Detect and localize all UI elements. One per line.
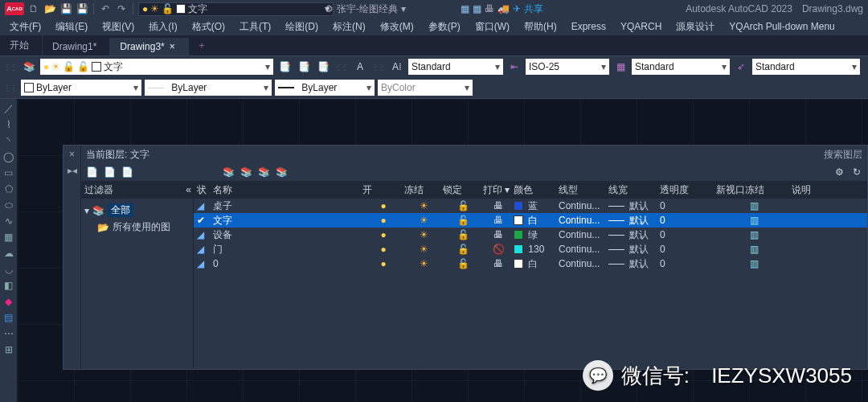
tablestyle-icon[interactable]: ▦ xyxy=(612,59,628,75)
pin-icon[interactable]: ▸◂ xyxy=(68,165,77,176)
new-layer-icon[interactable]: 📄 xyxy=(84,165,99,179)
layer-row[interactable]: ◢桌子●☀🔓🖶 蓝Continu... 默认0▥ xyxy=(194,199,867,213)
lineweight-combo[interactable]: ByLayer▾ xyxy=(275,80,375,96)
layer-state-icon[interactable]: 📚 xyxy=(256,165,271,179)
col-plot[interactable]: 打印 ▾ xyxy=(483,183,514,197)
tablestyle-combo[interactable]: Standard▾ xyxy=(632,59,730,75)
layer-iso-icon[interactable]: 📑 xyxy=(296,59,312,75)
polygon-icon[interactable]: ⬠ xyxy=(2,183,15,195)
text-icon[interactable]: ⋯ xyxy=(2,327,15,340)
settings-icon[interactable]: ⚙ xyxy=(832,165,846,179)
layer-row[interactable]: ◢设备●☀🔓🖶 绿Continu... 默认0▥ xyxy=(194,228,867,242)
layer-states-icon[interactable]: 📑 xyxy=(276,59,293,75)
mlstyle-combo[interactable]: Standard▾ xyxy=(752,59,860,75)
filter-new-icon[interactable]: 📚 xyxy=(221,165,235,179)
col-desc[interactable]: 说明 xyxy=(792,183,840,197)
tree-used[interactable]: 📂所有使用的图 xyxy=(84,219,190,236)
menu-draw[interactable]: 绘图(D) xyxy=(279,18,325,35)
undo-icon[interactable]: ↶ xyxy=(99,2,112,15)
ellipse-icon[interactable]: ⬭ xyxy=(2,199,15,211)
refresh-icon[interactable]: ↻ xyxy=(850,165,864,179)
redo-icon[interactable]: ↷ xyxy=(115,2,128,15)
menu-modify[interactable]: 修改(M) xyxy=(374,18,420,35)
col-transparency[interactable]: 透明度 xyxy=(660,183,716,197)
qat-layer-chip[interactable]: ● ☀ 🔓 文字 ▾ xyxy=(138,2,334,16)
new-layer-vp-icon[interactable]: 📄 xyxy=(102,165,117,179)
tree-all[interactable]: ▾📚全部 xyxy=(84,202,190,219)
tab-drawing1[interactable]: Drawing1* xyxy=(43,38,110,55)
menu-view[interactable]: 视图(V) xyxy=(96,18,141,35)
delete-layer-icon[interactable]: 📄 xyxy=(120,165,134,179)
saveas-icon[interactable]: 💾 xyxy=(76,2,88,15)
grip-icon[interactable]: ⋮⋮ xyxy=(3,63,16,72)
textstyle-btn-icon[interactable]: A⁞ xyxy=(389,59,405,75)
col-lweight[interactable]: 线宽 xyxy=(608,183,660,197)
menu-window[interactable]: 窗口(W) xyxy=(469,18,516,35)
col-name[interactable]: 名称 xyxy=(213,183,362,197)
textstyle-combo[interactable]: Standard▾ xyxy=(408,59,503,75)
layer-row[interactable]: ◢0●☀🔓🖶 白Continu... 默认0▥ xyxy=(194,256,867,271)
tab-drawing3[interactable]: Drawing3*× xyxy=(110,38,188,55)
arc-icon[interactable]: ◝ xyxy=(2,134,15,147)
layer-search[interactable]: 搜索图层 xyxy=(824,148,862,162)
ellipsearc-icon[interactable]: ◡ xyxy=(2,263,15,276)
share-icon[interactable]: ✈ xyxy=(513,3,521,14)
menu-param[interactable]: 参数(P) xyxy=(422,18,467,35)
circle-icon[interactable]: ◯ xyxy=(2,150,15,163)
menu-yuanquan[interactable]: 源泉设计 xyxy=(669,18,721,35)
menu-help[interactable]: 帮助(H) xyxy=(518,18,563,35)
sync-icon[interactable]: 🚚 xyxy=(497,3,510,14)
hatch-icon[interactable]: ▦ xyxy=(2,231,15,244)
new-icon[interactable]: 🗋 xyxy=(27,2,40,15)
menu-insert[interactable]: 插入(I) xyxy=(142,18,183,35)
col-color[interactable]: 颜色 xyxy=(514,183,559,197)
linetype-combo[interactable]: ByLayer▾ xyxy=(145,80,272,96)
tab-new[interactable]: ＋ xyxy=(189,35,215,55)
block-icon[interactable]: ◧ xyxy=(2,279,15,292)
mlstyle-icon[interactable]: ➶ xyxy=(733,59,749,75)
dimstyle-icon[interactable]: ⇤ xyxy=(506,59,522,75)
col-vpfreeze[interactable]: 新视口冻结 xyxy=(716,183,792,197)
layer-prev-icon[interactable]: 📑 xyxy=(315,59,331,75)
save-icon[interactable]: 💾 xyxy=(59,2,72,15)
layer-row[interactable]: ◢门●☀🔓🚫 130Continu... 默认0▥ xyxy=(194,242,867,256)
tab-start[interactable]: 开始 xyxy=(0,35,43,55)
collapse-icon[interactable]: « xyxy=(186,184,190,195)
close-icon[interactable]: × xyxy=(69,149,75,160)
col-ltype[interactable]: 线型 xyxy=(559,183,608,197)
layer-combo[interactable]: ●☀🔓🔓 文字 ▾ xyxy=(40,59,273,75)
menu-format[interactable]: 格式(O) xyxy=(186,18,231,35)
pline-icon[interactable]: ⌇ xyxy=(2,118,15,131)
spline-icon[interactable]: ∿ xyxy=(2,215,15,228)
col-lock[interactable]: 锁定 xyxy=(443,183,483,197)
gear-icon[interactable]: ⚙ xyxy=(325,3,334,14)
menu-dim[interactable]: 标注(N) xyxy=(326,18,372,35)
revcloud-icon[interactable]: ☁ xyxy=(2,247,15,260)
color-combo[interactable]: ByLayer▾ xyxy=(21,80,141,96)
plotstyle-combo[interactable]: ByColor▾ xyxy=(378,80,473,96)
close-icon[interactable]: × xyxy=(170,41,175,52)
layer-row[interactable]: ✔文字●☀🔓🖶 白Continu... 默认0▥ xyxy=(194,213,867,228)
table-icon[interactable]: ▤ xyxy=(2,311,15,324)
textstyle-icon[interactable]: A xyxy=(352,59,368,75)
menu-yqarch-pd[interactable]: YQArch Pull-down Menu xyxy=(723,19,841,34)
open-icon[interactable]: 📂 xyxy=(43,2,56,15)
col-status[interactable]: 状 xyxy=(197,183,213,197)
print-icon[interactable]: 🖶 xyxy=(485,3,494,14)
menu-tools[interactable]: 工具(T) xyxy=(233,18,277,35)
region-icon[interactable]: ⊞ xyxy=(2,343,15,356)
menu-file[interactable]: 文件(F) xyxy=(3,18,47,35)
workspace-label[interactable]: 张宇-绘图经典 xyxy=(337,2,398,16)
menu-express[interactable]: Express xyxy=(565,19,612,34)
point-icon[interactable]: ◆ xyxy=(2,295,15,308)
palette-handle[interactable]: × ▸◂ xyxy=(63,146,81,369)
line-icon[interactable]: ／ xyxy=(2,102,15,115)
filter-group-icon[interactable]: 📚 xyxy=(239,165,253,179)
dimstyle-combo[interactable]: ISO-25▾ xyxy=(526,59,609,75)
rect-icon[interactable]: ▭ xyxy=(2,166,15,179)
cloud-icon[interactable]: ▦ xyxy=(461,3,469,14)
chevron-down-icon[interactable]: ▾ xyxy=(401,3,406,14)
cloud2-icon[interactable]: ▦ xyxy=(473,3,481,14)
layer-props-icon[interactable]: 📚 xyxy=(21,59,37,75)
menu-edit[interactable]: 编辑(E) xyxy=(49,18,94,35)
